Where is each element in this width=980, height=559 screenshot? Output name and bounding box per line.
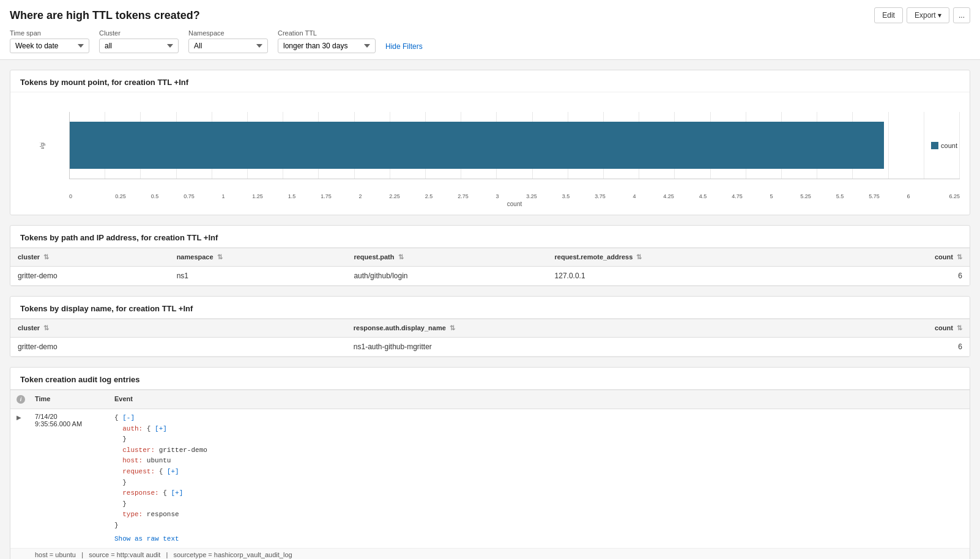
table1-col-count[interactable]: count ⇅ xyxy=(846,248,970,267)
export-button[interactable]: Export ▾ xyxy=(907,7,949,23)
table-row: gritter-demo ns1 auth/github/login 127.0… xyxy=(10,267,970,286)
namespace-filter: Namespace All xyxy=(188,29,268,53)
sort-icon: ⇅ xyxy=(957,324,962,331)
audit-event-1: { [-] auth: { [+] } cluster: gritter-dem… xyxy=(108,409,970,548)
header-actions: Edit Export ▾ ... xyxy=(874,7,970,23)
page-header: Where are high TTL tokens created? Edit … xyxy=(0,0,980,60)
cell-display-name: ns1-auth-github-mgritter xyxy=(346,338,908,357)
chevron-down-icon: ▾ xyxy=(938,11,941,20)
legend-color-swatch xyxy=(931,142,938,149)
legend-label: count xyxy=(941,142,957,149)
main-content: Tokens by mount point, for creation TTL … xyxy=(0,60,980,559)
audit-row-main: ▶ 7/14/209:35:56.000 AM { [-] auth: { [+… xyxy=(10,409,970,548)
creation-ttl-label: Creation TTL xyxy=(278,29,376,37)
table2-title: Tokens by display name, for creation TTL… xyxy=(10,297,970,319)
audit-time-1: 7/14/209:35:56.000 AM xyxy=(29,409,108,548)
chart-legend: count xyxy=(931,142,957,149)
audit-meta-1: host = ubuntu | source = http:vault audi… xyxy=(29,549,970,559)
cell-path: auth/github/login xyxy=(346,267,547,286)
cluster-filter: Cluster all xyxy=(99,29,179,53)
namespace-select[interactable]: All xyxy=(188,39,268,53)
info-icon: i xyxy=(17,395,25,404)
time-span-filter: Time span Week to date xyxy=(10,29,89,53)
sort-icon: ⇅ xyxy=(43,324,49,331)
table1-title: Tokens by path and IP address, for creat… xyxy=(10,226,970,248)
chart-bar xyxy=(70,122,884,168)
audit-log-section: Token creation audit log entries i Time … xyxy=(10,367,970,559)
x-axis-label: count xyxy=(69,201,960,207)
table1-col-path[interactable]: request.path ⇅ xyxy=(346,248,547,267)
cell-remote-address: 127.0.0.1 xyxy=(548,267,846,286)
creation-ttl-select[interactable]: longer than 30 days xyxy=(278,39,376,53)
table2-col-count[interactable]: count ⇅ xyxy=(908,319,970,338)
chart-plot xyxy=(69,112,960,179)
audit-log-header: i Time Event xyxy=(10,390,970,409)
sort-icon: ⇅ xyxy=(957,253,962,261)
table1-col-cluster[interactable]: cluster ⇅ xyxy=(10,248,169,267)
show-raw-link[interactable]: Show as raw text xyxy=(114,534,963,545)
sort-icon: ⇅ xyxy=(217,253,223,261)
audit-meta-row: host = ubuntu | source = http:vault audi… xyxy=(10,548,970,559)
table1: cluster ⇅ namespace ⇅ request.path ⇅ req… xyxy=(10,248,970,286)
table1-col-namespace[interactable]: namespace ⇅ xyxy=(169,248,347,267)
table-row: gritter-demo ns1-auth-github-mgritter 6 xyxy=(10,338,970,357)
edit-button[interactable]: Edit xyxy=(874,7,903,23)
audit-col-time[interactable]: Time xyxy=(29,390,108,409)
time-span-label: Time span xyxy=(10,29,89,37)
expand-button[interactable]: ▶ xyxy=(10,409,29,425)
x-axis-ticks: 0 0.25 0.5 0.75 1 1.25 1.5 1.75 2 2.25 2… xyxy=(69,191,960,199)
cluster-select[interactable]: all xyxy=(99,39,179,53)
page-title: Where are high TTL tokens created? xyxy=(10,9,200,22)
more-button[interactable]: ... xyxy=(953,7,970,23)
hide-filters-link[interactable]: Hide Filters xyxy=(385,42,423,53)
cluster-label: Cluster xyxy=(99,29,179,37)
filters-row: Time span Week to date Cluster all Names… xyxy=(10,29,970,53)
cell-count: 6 xyxy=(846,267,970,286)
cell-cluster: gritter-demo xyxy=(10,338,346,357)
sort-icon: ⇅ xyxy=(398,253,404,261)
table2-section: Tokens by display name, for creation TTL… xyxy=(10,296,970,357)
table1-col-remote-address[interactable]: request.remote_address ⇅ xyxy=(548,248,846,267)
audit-log-title: Token creation audit log entries xyxy=(10,368,970,390)
header-top: Where are high TTL tokens created? Edit … xyxy=(10,7,970,23)
sort-icon: ⇅ xyxy=(636,253,642,261)
chart-container: ns1/auth/github/ xyxy=(10,92,970,215)
cell-namespace: ns1 xyxy=(169,267,347,286)
table2-col-cluster[interactable]: cluster ⇅ xyxy=(10,319,346,338)
sort-icon: ⇅ xyxy=(43,253,49,261)
sort-icon: ⇅ xyxy=(450,324,455,331)
chart-title: Tokens by mount point, for creation TTL … xyxy=(10,70,970,92)
time-span-select[interactable]: Week to date xyxy=(10,39,89,53)
table2: cluster ⇅ response.auth.display_name ⇅ c… xyxy=(10,319,970,357)
cell-cluster: gritter-demo xyxy=(10,267,169,286)
table2-col-display-name[interactable]: response.auth.display_name ⇅ xyxy=(346,319,908,338)
creation-ttl-filter: Creation TTL longer than 30 days xyxy=(278,29,376,53)
audit-log-entry-1: ▶ 7/14/209:35:56.000 AM { [-] auth: { [+… xyxy=(10,409,970,559)
namespace-label: Namespace xyxy=(188,29,268,37)
audit-col-event[interactable]: Event xyxy=(108,390,970,409)
y-axis-label: ns1/auth/github/ xyxy=(20,143,69,149)
audit-col-i: i xyxy=(10,390,29,409)
chart-section: Tokens by mount point, for creation TTL … xyxy=(10,70,970,215)
cell-count: 6 xyxy=(908,338,970,357)
table1-section: Tokens by path and IP address, for creat… xyxy=(10,225,970,286)
